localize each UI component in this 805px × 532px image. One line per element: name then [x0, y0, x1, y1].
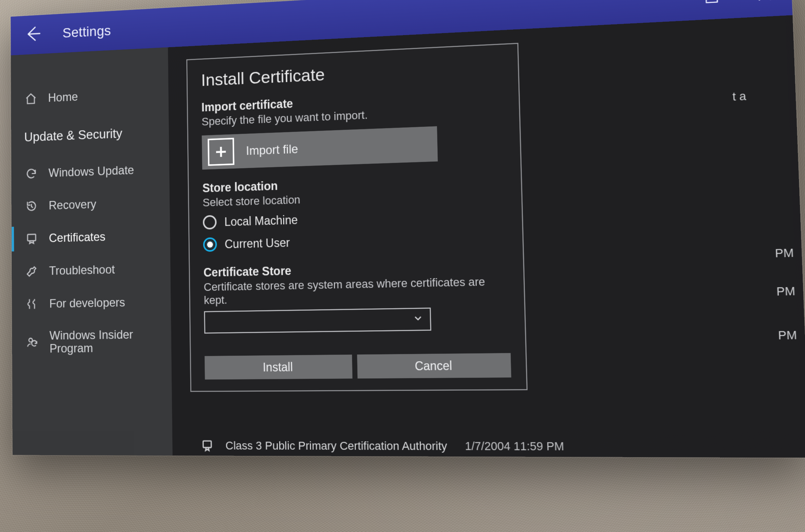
- window-title: Settings: [62, 23, 111, 41]
- certificate-list-row[interactable]: Class 3 Public Primary Certification Aut…: [199, 437, 564, 456]
- back-button[interactable]: [19, 19, 47, 50]
- cancel-button-label: Cancel: [415, 359, 453, 373]
- close-icon: [753, 0, 776, 8]
- dialog-title: Install Certificate: [201, 56, 503, 90]
- content-area: t a PM PM PM Class 3 Public Primary Cert…: [168, 15, 805, 458]
- import-file-button[interactable]: Import file: [202, 126, 438, 170]
- radio-label: Current User: [225, 235, 290, 251]
- sidebar-item-label: Certificates: [49, 230, 105, 245]
- sidebar-item-label: For developers: [49, 296, 125, 310]
- restore-window-button[interactable]: [696, 0, 730, 15]
- sidebar-item-label: Windows Insider Program: [50, 328, 154, 356]
- sidebar-item-label: Troubleshoot: [49, 263, 115, 278]
- restore-window-icon: [701, 0, 724, 11]
- sidebar-item-for-developers[interactable]: For developers: [12, 285, 171, 321]
- certificate-row-name: Class 3 Public Primary Certification Aut…: [225, 439, 447, 453]
- person-sync-icon: [25, 335, 39, 350]
- install-button-label: Install: [263, 360, 293, 374]
- import-file-label: Import file: [246, 142, 299, 158]
- behind-text-fragment: t a: [732, 89, 746, 103]
- sidebar-item-recovery[interactable]: Recovery: [11, 185, 170, 223]
- radio-icon: [203, 237, 217, 252]
- cancel-button[interactable]: Cancel: [357, 353, 511, 378]
- sidebar: Home Update & Security Windows Update Re…: [11, 48, 173, 455]
- svg-rect-0: [706, 0, 717, 3]
- chevron-down-icon: [413, 312, 424, 326]
- svg-rect-3: [203, 441, 211, 448]
- behind-timestamp-pm: PM: [774, 328, 797, 343]
- sidebar-section-label: Update & Security: [11, 109, 169, 158]
- sidebar-item-label: Recovery: [49, 197, 97, 212]
- back-arrow-icon: [24, 24, 42, 46]
- sync-icon: [24, 166, 38, 182]
- close-window-button[interactable]: [748, 0, 782, 12]
- cert-store-description: Certificate stores are system areas wher…: [204, 275, 509, 307]
- certificate-row-timestamp: 1/7/2004 11:59 PM: [465, 439, 564, 454]
- install-certificate-dialog: Install Certificate Import certificate S…: [187, 43, 528, 392]
- home-icon: [24, 91, 38, 107]
- sidebar-home-label: Home: [48, 90, 78, 104]
- behind-timestamp-pm: PM: [771, 246, 794, 261]
- radio-label: Local Machine: [224, 213, 298, 229]
- sidebar-item-windows-insider[interactable]: Windows Insider Program: [12, 319, 171, 365]
- sidebar-item-label: Windows Update: [49, 164, 134, 179]
- install-button[interactable]: Install: [205, 355, 352, 380]
- sidebar-home[interactable]: Home: [11, 76, 169, 116]
- certificate-row-icon: [199, 437, 216, 454]
- wrench-icon: [25, 264, 39, 279]
- certificate-icon: [25, 231, 39, 246]
- cert-store-dropdown[interactable]: [204, 307, 432, 334]
- sidebar-item-windows-update[interactable]: Windows Update: [11, 152, 169, 190]
- tools-icon: [25, 297, 39, 311]
- history-icon: [24, 198, 38, 213]
- cert-store-selected-value: [211, 320, 413, 322]
- settings-window: Settings: [11, 0, 805, 457]
- svg-rect-1: [28, 234, 36, 241]
- radio-icon: [203, 215, 216, 230]
- sidebar-item-certificates[interactable]: Certificates: [12, 218, 170, 255]
- plus-icon: [208, 138, 234, 166]
- behind-timestamp-pm: PM: [772, 284, 796, 299]
- sidebar-item-troubleshoot[interactable]: Troubleshoot: [12, 252, 170, 288]
